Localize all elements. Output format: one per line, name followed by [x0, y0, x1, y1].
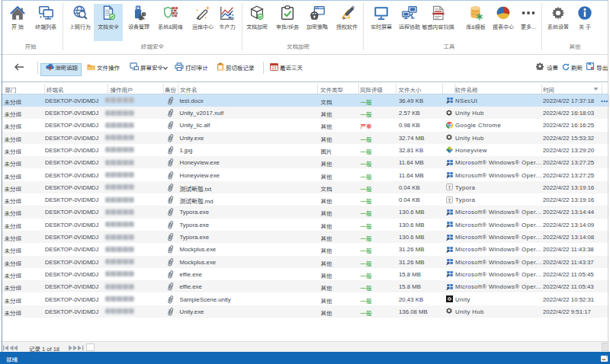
svg-text:23: 23 [271, 65, 276, 70]
svg-text:T: T [448, 196, 451, 202]
svg-text:T: T [448, 184, 451, 190]
